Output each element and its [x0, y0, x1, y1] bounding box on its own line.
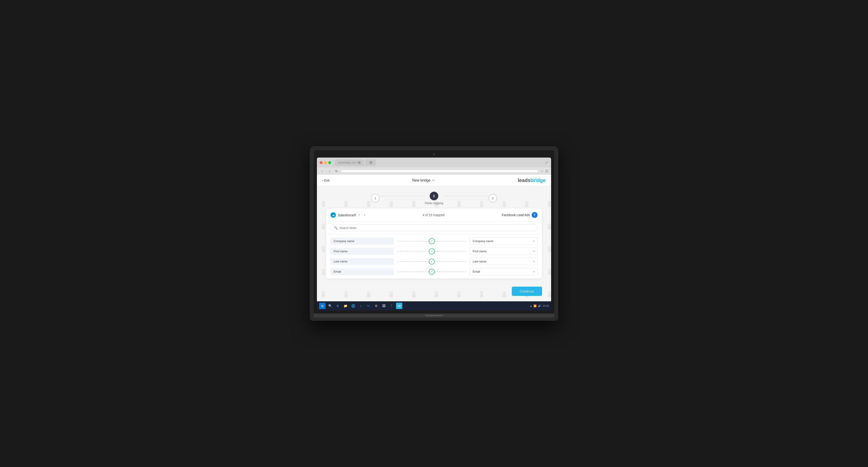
taskbar-icon-store[interactable]: 🛍	[365, 303, 372, 309]
field-target-lastname-text: Last name	[473, 260, 487, 263]
field-connector-company: ✓	[397, 238, 466, 244]
logo-bridge-text: bridge	[530, 178, 546, 183]
laptop-base	[310, 318, 558, 321]
tab-bar: leadsbridge.com × ×	[335, 159, 541, 166]
field-source-company-text: Company name	[334, 239, 354, 243]
field-source-firstname: First name	[331, 248, 394, 255]
close-window-button[interactable]	[320, 161, 322, 164]
dashed-line-left-firstname	[397, 251, 429, 252]
address-bar-row: ‹ › ↻ ☆ ☰	[317, 167, 551, 175]
check-icon-firstname: ✓	[429, 248, 435, 254]
edit-icon[interactable]: ✏	[432, 179, 435, 182]
address-bar-actions: ☆ ☰	[540, 169, 548, 174]
tab-close-2[interactable]: ×	[369, 161, 373, 164]
taskbar-icon-settings[interactable]: ⚙	[373, 303, 379, 309]
dashed-line-left-company	[397, 241, 429, 241]
fb-section: Facebook Lead Ads f	[502, 212, 537, 218]
source-close-button[interactable]: ×	[358, 213, 360, 217]
field-target-firstname-text: First name	[473, 250, 487, 253]
app-header: ‹ Exit New bridge ✏ leadsbridge	[317, 175, 551, 186]
tab-close-1[interactable]: ×	[358, 161, 361, 164]
dashed-line-right-firstname	[435, 251, 466, 252]
salesforce-icon: ☁	[331, 212, 336, 218]
minimize-window-button[interactable]	[324, 161, 327, 164]
taskbar-icon-spotify[interactable]: ♫	[358, 303, 364, 309]
taskbar-icon-explorer[interactable]: 📁	[342, 303, 348, 309]
forward-button[interactable]: ›	[327, 168, 332, 174]
address-bar[interactable]	[341, 170, 538, 172]
logo-leads-text: leads	[518, 178, 530, 183]
step-3[interactable]: 3	[489, 194, 497, 203]
exit-button[interactable]: ‹ Exit	[322, 179, 329, 182]
laptop-bottom	[314, 313, 554, 318]
card-header-left: ☁ Salesforce® × ▾	[331, 212, 365, 218]
source-expand-icon[interactable]: ▾	[364, 213, 365, 217]
header-actions: × ▾	[358, 213, 365, 217]
bookmark-icon[interactable]: ☆	[540, 169, 544, 174]
tray-up-icon[interactable]: ▲	[530, 305, 532, 307]
reload-button[interactable]: ↻	[334, 168, 339, 174]
field-target-company-chevron-icon: ▾	[533, 240, 535, 243]
facebook-icon: f	[532, 212, 537, 218]
field-source-email: Email	[331, 268, 394, 275]
taskbar-icon-photos[interactable]: 🖼	[381, 303, 387, 309]
field-source-email-text: Email	[334, 270, 341, 273]
field-target-firstname-chevron-icon: ▾	[533, 250, 535, 253]
search-input-wrap[interactable]: 🔍	[331, 224, 537, 231]
field-source-firstname-text: First name	[334, 250, 347, 253]
field-row-lastname: Last name ✓ Last name ▾	[326, 256, 542, 267]
field-source-company: Company name	[331, 238, 394, 245]
menu-icon[interactable]: ☰	[545, 169, 548, 174]
mapped-count: 4 of 19 mapped	[423, 213, 445, 217]
search-input[interactable]	[340, 226, 534, 230]
step-3-number: 3	[492, 196, 494, 200]
volume-icon: 🔊	[538, 305, 541, 307]
step-2-number: 2	[433, 194, 435, 198]
step-line-2	[443, 196, 489, 196]
browser-tab-2[interactable]: ×	[365, 159, 376, 166]
bridge-title: New bridge ✏	[412, 178, 435, 182]
continue-row: Continue	[317, 283, 551, 300]
app-content: ‹ Exit New bridge ✏ leadsbridge	[317, 175, 551, 301]
field-source-lastname: Last name	[331, 258, 394, 265]
start-button[interactable]: ⊞	[319, 303, 326, 309]
step-2[interactable]: 2 Fields mapping	[425, 192, 443, 205]
field-target-firstname[interactable]: First name ▾	[470, 248, 537, 255]
field-target-email[interactable]: Email ▾	[470, 268, 537, 275]
card-header: ☁ Salesforce® × ▾ 4 of 19 mapped Faceboo	[326, 209, 542, 222]
browser-chrome: leadsbridge.com × × ⤢	[317, 158, 551, 167]
taskbar-icon-app[interactable]: LB	[396, 303, 402, 309]
search-row: 🔍	[326, 222, 542, 234]
step-2-circle: 2	[430, 192, 438, 200]
steps-row: 1 2 Fields mapping 3	[317, 186, 551, 209]
continue-button[interactable]: Continue	[512, 287, 542, 296]
taskbar: ⊞ 🔍 e 📁 🌐 ♫ 🛍 ⚙ 🖼 T LB ▲ 📶 🔊 10:45	[317, 301, 551, 310]
exit-label: Exit	[324, 179, 329, 182]
field-connector-firstname: ✓	[397, 248, 466, 254]
network-icon: 📶	[533, 305, 537, 307]
dashed-line-right-email	[435, 272, 466, 272]
field-target-lastname-chevron-icon: ▾	[533, 260, 535, 263]
taskbar-icon-teams[interactable]: T	[388, 303, 395, 309]
back-button[interactable]: ‹	[320, 168, 324, 174]
dashed-line-left-email	[397, 272, 429, 272]
browser-tab-1[interactable]: leadsbridge.com ×	[335, 159, 364, 166]
field-target-company[interactable]: Company name ▾	[470, 237, 537, 245]
check-icon-lastname: ✓	[429, 258, 435, 264]
salesforce-label: Salesforce®	[338, 213, 356, 217]
search-taskbar-icon[interactable]: 🔍	[327, 303, 333, 309]
taskbar-icon-chrome[interactable]: 🌐	[350, 303, 356, 309]
browser-window: leadsbridge.com × × ⤢ ‹ › ↻	[317, 158, 551, 310]
bridge-title-text: New bridge	[412, 178, 430, 182]
field-connector-lastname: ✓	[397, 258, 466, 264]
expand-icon[interactable]: ⤢	[545, 160, 548, 165]
field-target-email-text: Email	[473, 270, 480, 273]
field-source-lastname-text: Last name	[334, 260, 347, 263]
maximize-window-button[interactable]	[328, 161, 331, 164]
step-1-circle: 1	[371, 194, 379, 203]
field-target-lastname[interactable]: Last name ▾	[470, 258, 537, 265]
taskbar-icon-edge[interactable]: e	[335, 303, 341, 309]
field-row-firstname: First name ✓ First name ▾	[326, 246, 542, 256]
step-1[interactable]: 1	[371, 194, 379, 203]
camera-dot	[433, 154, 435, 155]
